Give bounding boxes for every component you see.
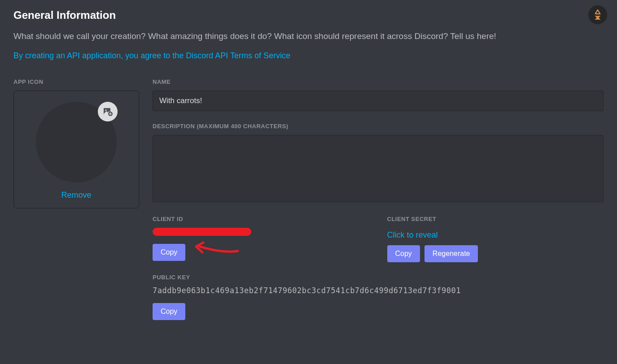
page-subtitle: What should we call your creation? What … bbox=[13, 30, 588, 43]
client-id-label: CLIENT ID bbox=[153, 216, 369, 222]
profile-logo-icon bbox=[592, 9, 604, 21]
svg-point-1 bbox=[105, 110, 107, 111]
app-icon-box: Remove bbox=[13, 91, 139, 208]
name-label: NAME bbox=[153, 78, 604, 85]
annotation-arrow-icon bbox=[191, 240, 240, 258]
tos-link[interactable]: By creating an API application, you agre… bbox=[13, 51, 290, 61]
copy-client-secret-button[interactable]: Copy bbox=[387, 245, 420, 262]
upload-image-button[interactable] bbox=[98, 102, 118, 121]
name-input[interactable] bbox=[153, 91, 604, 111]
remove-icon-link[interactable]: Remove bbox=[61, 191, 91, 200]
description-label: DESCRIPTION (MAXIMUM 400 CHARACTERS) bbox=[153, 123, 604, 130]
avatar-wrap bbox=[36, 102, 117, 182]
profile-badge[interactable] bbox=[588, 5, 607, 24]
public-key-value: 7addb9e063b1c469a13eb2f71479602bc3cd7541… bbox=[153, 286, 604, 295]
description-textarea[interactable] bbox=[153, 135, 604, 202]
image-upload-icon bbox=[102, 106, 113, 117]
regenerate-client-secret-button[interactable]: Regenerate bbox=[424, 245, 478, 262]
app-icon-label: APP ICON bbox=[13, 78, 139, 85]
page-title: General Information bbox=[13, 9, 604, 22]
copy-public-key-button[interactable]: Copy bbox=[153, 303, 185, 320]
copy-client-id-button[interactable]: Copy bbox=[153, 244, 185, 261]
reveal-client-secret-link[interactable]: Click to reveal bbox=[387, 230, 438, 240]
public-key-label: PUBLIC KEY bbox=[153, 274, 604, 281]
client-id-redacted bbox=[153, 228, 251, 236]
client-secret-label: CLIENT SECRET bbox=[387, 216, 604, 222]
